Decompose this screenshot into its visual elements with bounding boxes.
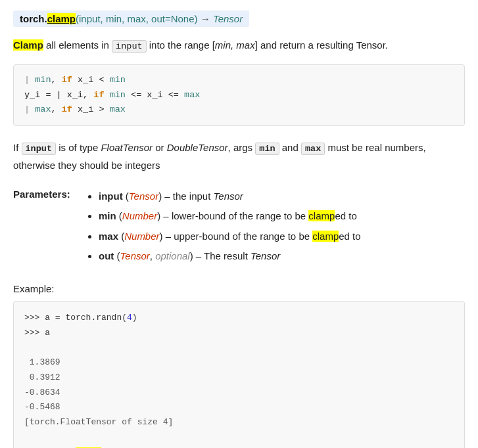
repl-block: >>> a = torch.randn(4) >>> a 1.3869 0.39… bbox=[13, 301, 465, 448]
math-code-block: | min, if x_i < min y_i = | x_i, if min … bbox=[13, 64, 465, 127]
parameters-label: Parameters: bbox=[13, 187, 85, 267]
param-out: out (Tensor, optional) – The result Tens… bbox=[99, 247, 361, 266]
param-max: max (Number) – upper-bound of the range … bbox=[99, 227, 361, 246]
parameters-section: Parameters: input (Tensor) – the input T… bbox=[13, 187, 465, 267]
function-params: (input, min, max, out=None) bbox=[76, 13, 198, 24]
clamp-highlight: Clamp bbox=[13, 39, 43, 51]
param-input: input (Tensor) – the input Tensor bbox=[99, 187, 361, 206]
arrow: → bbox=[201, 13, 210, 24]
return-type: Tensor bbox=[213, 13, 243, 24]
input-code: input bbox=[112, 40, 147, 53]
note-max-code: max bbox=[301, 143, 325, 155]
note-min-code: min bbox=[255, 143, 279, 155]
note-input-code: input bbox=[22, 143, 57, 155]
parameters-list: input (Tensor) – the input Tensor min (N… bbox=[85, 187, 361, 267]
function-name: clamp bbox=[47, 13, 76, 24]
param-min: min (Number) – lower-bound of the range … bbox=[99, 207, 361, 226]
example-label: Example: bbox=[13, 283, 465, 294]
description: Clamp all elements in input into the ran… bbox=[13, 37, 465, 54]
function-header: torch.clamp(input, min, max, out=None) →… bbox=[13, 11, 249, 27]
module-name: torch. bbox=[20, 13, 47, 24]
note-paragraph: If input is of type FloatTensor or Doubl… bbox=[13, 139, 465, 173]
